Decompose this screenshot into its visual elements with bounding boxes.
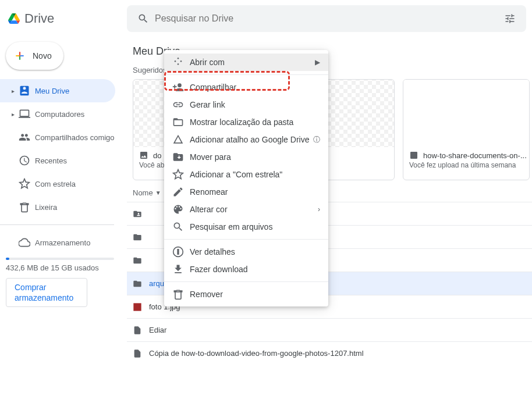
file-row[interactable]: Ediar — [127, 318, 532, 341]
drive-shortcut-icon — [172, 134, 190, 145]
sidebar-item-recent[interactable]: Recentes — [0, 149, 115, 172]
tune-icon[interactable] — [498, 13, 522, 24]
ctx-label: Mostrar localização da pasta — [190, 117, 293, 127]
ctx-label: Ver detalhes — [190, 247, 235, 256]
ctx-label: Renomear — [190, 187, 228, 197]
file-row[interactable]: Cópia de how-to-download-video-from-goog… — [127, 341, 532, 365]
image-file-icon — [139, 151, 148, 160]
ctx-share[interactable]: Compartilhar — [164, 79, 328, 96]
plus-icon — [14, 50, 26, 62]
nav: ▸ Meu Drive ▸ Computadores Compartilhado… — [0, 79, 122, 307]
my-drive-icon — [19, 85, 35, 97]
ctx-move-to[interactable]: Mover para — [164, 148, 328, 166]
computer-icon — [19, 108, 35, 120]
ctx-label: Remover — [190, 290, 223, 299]
file-name: Cópia de how-to-download-video-from-goog… — [149, 349, 364, 358]
ctx-add-shortcut[interactable]: Adicionar atalho ao Google Drive ⓘ — [164, 131, 328, 148]
ctx-download[interactable]: Fazer download — [164, 261, 328, 278]
download-icon — [172, 263, 190, 275]
storage-text: 432,6 MB de 15 GB usados — [0, 263, 122, 272]
cloud-icon — [19, 237, 35, 248]
ctx-show-location[interactable]: Mostrar localização da pasta — [164, 113, 328, 131]
storage-bar — [6, 258, 114, 260]
ctx-get-link[interactable]: Gerar link — [164, 96, 328, 113]
sidebar-item-trash[interactable]: Lixeira — [0, 195, 115, 219]
sidebar-item-shared[interactable]: Compartilhados comigo — [0, 126, 115, 149]
search-input[interactable] — [155, 13, 498, 24]
file-name: Ediar — [149, 326, 166, 334]
card-subtitle: Você fez upload na última semana — [403, 161, 529, 174]
ctx-label: Pesquisar em arquivos — [190, 222, 272, 231]
ctx-add-star[interactable]: Adicionar a "Com estrela" — [164, 166, 328, 183]
trash-icon — [172, 288, 190, 300]
docs-icon — [133, 349, 149, 358]
move-icon — [172, 151, 190, 163]
nav-label: Recentes — [35, 156, 67, 165]
sidebar-item-my-drive[interactable]: ▸ Meu Drive — [0, 79, 115, 102]
trash-icon — [19, 201, 35, 213]
buy-storage-button[interactable]: Comprar armazenamento — [6, 278, 87, 307]
help-icon[interactable]: ⓘ — [313, 135, 320, 145]
ctx-details[interactable]: Ver detalhes — [164, 243, 328, 261]
ctx-remove[interactable]: Remover — [164, 286, 328, 303]
svg-rect-1 — [133, 303, 141, 311]
nav-label: Com estrela — [35, 180, 76, 188]
folder-icon — [133, 279, 149, 288]
info-icon — [172, 246, 190, 258]
card-title: how-to-share-documents-on-... — [423, 151, 527, 160]
card-thumbnail — [403, 80, 529, 147]
ctx-label: Mover para — [190, 152, 231, 162]
ctx-label: Compartilhar — [190, 83, 236, 92]
context-menu: Abrir com ▶ Compartilhar Gerar link Most… — [164, 50, 328, 306]
separator — [164, 281, 328, 282]
sort-arrow-icon: ▼ — [155, 190, 161, 196]
word-file-icon — [409, 151, 418, 160]
nav-label: Armazenamento — [35, 238, 90, 247]
ctx-label: Adicionar a "Com estrela" — [190, 170, 282, 179]
link-icon — [172, 99, 190, 110]
new-button-label: Novo — [33, 51, 52, 60]
search-icon — [172, 221, 190, 233]
chevron-right-icon: ▶ — [315, 58, 320, 66]
image-icon — [133, 302, 149, 312]
ctx-label: Fazer download — [190, 265, 248, 274]
card-title: do — [153, 151, 161, 160]
drive-logo-icon — [8, 13, 20, 24]
palette-icon — [172, 204, 190, 215]
star-outline-icon — [172, 169, 190, 180]
sidebar-item-storage[interactable]: Armazenamento — [0, 231, 115, 254]
ctx-change-color[interactable]: Alterar cor › — [164, 201, 328, 218]
search-bar[interactable] — [127, 5, 526, 32]
ctx-search-within[interactable]: Pesquisar em arquivos — [164, 218, 328, 236]
folder-icon — [133, 256, 149, 265]
folder-outline-icon — [172, 116, 190, 128]
suggested-card[interactable]: how-to-share-documents-on-... Você fez u… — [403, 79, 530, 180]
pencil-icon — [172, 186, 190, 198]
people-icon — [19, 131, 35, 143]
nav-label: Meu Drive — [35, 87, 69, 95]
sidebar-item-computers[interactable]: ▸ Computadores — [0, 102, 115, 126]
svg-rect-0 — [410, 152, 417, 159]
new-button[interactable]: Novo — [6, 42, 63, 70]
separator — [0, 224, 114, 225]
app-name: Drive — [24, 11, 54, 26]
ctx-open-with[interactable]: Abrir com ▶ — [164, 54, 328, 71]
folder-shared-icon — [133, 209, 149, 219]
sidebar: Novo ▸ Meu Drive ▸ Computadores Comparti… — [0, 37, 122, 403]
star-icon — [19, 178, 35, 190]
separator — [164, 239, 328, 240]
logo-area[interactable]: Drive — [0, 11, 127, 26]
search-icon — [132, 13, 155, 24]
open-with-icon — [172, 56, 190, 68]
sidebar-item-starred[interactable]: Com estrela — [0, 172, 115, 195]
header: Drive — [0, 0, 532, 37]
ctx-rename[interactable]: Renomear — [164, 183, 328, 201]
nav-label: Lixeira — [35, 203, 57, 212]
ctx-label: Alterar cor — [190, 205, 228, 214]
chevron-right-icon: › — [318, 205, 320, 213]
caret-icon: ▸ — [12, 111, 17, 117]
folder-icon — [133, 233, 149, 242]
ctx-label: Gerar link — [190, 100, 225, 109]
nav-label: Computadores — [35, 110, 84, 119]
ctx-label: Abrir com — [190, 58, 225, 67]
